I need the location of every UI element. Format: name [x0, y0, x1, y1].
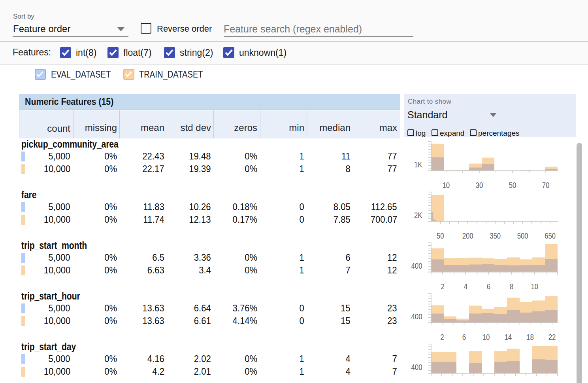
- svg-text:6: 6: [462, 332, 466, 341]
- svg-text:50: 50: [509, 180, 516, 190]
- svg-text:1K: 1K: [414, 160, 422, 169]
- svg-text:10: 10: [482, 332, 490, 341]
- svg-text:650: 650: [545, 231, 556, 240]
- svg-text:10: 10: [442, 180, 450, 190]
- svg-text:18: 18: [526, 332, 534, 341]
- svg-text:50: 50: [437, 231, 444, 240]
- svg-text:400: 400: [411, 261, 422, 270]
- svg-text:8: 8: [510, 282, 513, 291]
- svg-text:2K: 2K: [414, 210, 422, 220]
- svg-text:400: 400: [411, 312, 422, 321]
- svg-text:2: 2: [441, 282, 444, 291]
- svg-text:22: 22: [548, 332, 556, 341]
- svg-text:6: 6: [487, 282, 490, 291]
- svg-text:2: 2: [440, 332, 444, 341]
- svg-text:30: 30: [476, 180, 483, 190]
- svg-text:400: 400: [411, 362, 422, 372]
- svg-text:4: 4: [464, 282, 468, 291]
- svg-text:14: 14: [504, 332, 512, 341]
- svg-text:200: 200: [462, 231, 473, 240]
- svg-text:500: 500: [517, 231, 528, 240]
- svg-text:70: 70: [542, 180, 550, 190]
- svg-text:350: 350: [490, 231, 501, 240]
- svg-text:10: 10: [531, 282, 538, 291]
